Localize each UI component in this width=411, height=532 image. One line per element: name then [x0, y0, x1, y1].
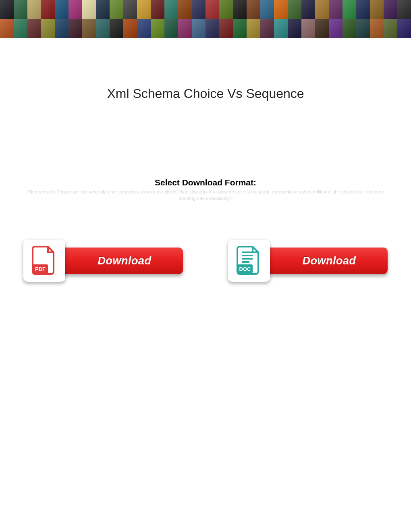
- banner-tile: [68, 0, 82, 19]
- banner-tile: [370, 0, 384, 19]
- doc-file-icon: DOC: [237, 246, 262, 276]
- download-pdf-label: Download: [90, 255, 152, 267]
- banner-tile: [14, 0, 27, 19]
- banner-tile: [247, 19, 260, 38]
- banner-tile: [27, 19, 41, 38]
- banner-tile: [178, 19, 192, 38]
- banner-tile: [206, 19, 219, 38]
- banner-tile: [247, 0, 260, 19]
- banner-tile: [219, 0, 233, 19]
- download-buttons-row: PDF Download DOC Download: [0, 240, 411, 282]
- banner-tile: [178, 0, 192, 19]
- svg-rect-2: [242, 255, 253, 256]
- banner-tile: [164, 0, 178, 19]
- banner-tile: [397, 0, 411, 19]
- banner-tile: [27, 0, 41, 19]
- banner-tile: [0, 19, 14, 38]
- banner-tile: [14, 19, 27, 38]
- download-doc-block[interactable]: DOC Download: [228, 240, 388, 282]
- banner-tile: [274, 19, 288, 38]
- doc-file-card: DOC: [228, 240, 270, 282]
- download-doc-label: Download: [295, 255, 356, 267]
- banner-tile: [342, 0, 356, 19]
- banner-collage: [0, 0, 411, 38]
- banner-tile: [96, 0, 110, 19]
- banner-tile: [288, 0, 301, 19]
- banner-tile: [55, 19, 68, 38]
- banner-tile: [288, 19, 301, 38]
- banner-tile: [96, 19, 110, 38]
- banner-tile: [274, 0, 288, 19]
- banner-tile: [233, 19, 247, 38]
- banner-tile: [55, 0, 68, 19]
- banner-tile: [301, 0, 315, 19]
- banner-tile: [137, 19, 151, 38]
- banner-tile: [206, 0, 219, 19]
- banner-tile: [68, 19, 82, 38]
- banner-tile: [301, 19, 315, 38]
- download-format-heading: Select Download Format:: [0, 178, 411, 187]
- banner-tile: [356, 0, 370, 19]
- banner-tile: [384, 19, 397, 38]
- banner-tile: [82, 0, 96, 19]
- banner-tile: [315, 0, 329, 19]
- banner-tile: [151, 0, 164, 19]
- banner-tile: [164, 19, 178, 38]
- banner-tile: [356, 19, 370, 38]
- banner-tile: [260, 19, 274, 38]
- banner-tile: [0, 0, 14, 19]
- banner-tile: [82, 19, 96, 38]
- doc-badge-text: DOC: [239, 266, 251, 272]
- filler-text: Flinn remains Trinacrian: she wheedles h…: [0, 187, 411, 202]
- banner-tile: [41, 0, 55, 19]
- banner-tile: [342, 19, 356, 38]
- banner-tile: [315, 19, 329, 38]
- pdf-file-icon: PDF: [32, 246, 57, 276]
- banner-tile: [384, 0, 397, 19]
- svg-rect-4: [242, 261, 249, 263]
- svg-rect-1: [242, 251, 253, 253]
- banner-tile: [260, 0, 274, 19]
- svg-rect-3: [242, 258, 253, 260]
- banner-tile: [192, 19, 206, 38]
- banner-tile: [233, 0, 247, 19]
- banner-tile: [123, 19, 137, 38]
- banner-tile: [329, 0, 342, 19]
- banner-tile: [110, 0, 123, 19]
- banner-tile: [41, 19, 55, 38]
- banner-tile: [151, 19, 164, 38]
- banner-tile: [110, 19, 123, 38]
- banner-tile: [123, 0, 137, 19]
- banner-tile: [192, 0, 206, 19]
- banner-tile: [219, 19, 233, 38]
- download-pdf-button[interactable]: Download: [58, 247, 183, 274]
- banner-tile: [329, 19, 342, 38]
- page-title: Xml Schema Choice Vs Sequence: [0, 86, 411, 101]
- pdf-badge-text: PDF: [35, 266, 46, 272]
- banner-tile: [397, 19, 411, 38]
- banner-tile: [137, 0, 151, 19]
- download-pdf-block[interactable]: PDF Download: [23, 240, 183, 282]
- download-doc-button[interactable]: Download: [263, 247, 388, 274]
- banner-tile: [370, 19, 384, 38]
- pdf-file-card: PDF: [23, 240, 65, 282]
